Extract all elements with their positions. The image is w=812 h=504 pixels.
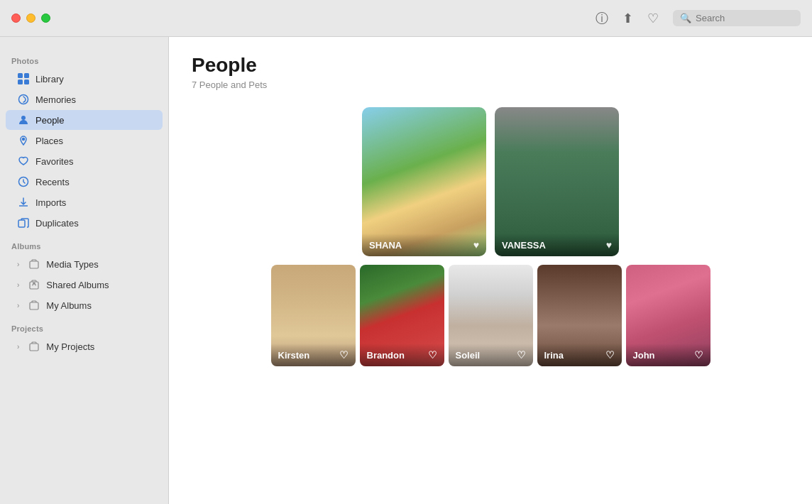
traffic-lights <box>11 13 50 23</box>
minimize-button[interactable] <box>26 13 35 23</box>
person-overlay-vanessa: VANESSA ♥ <box>495 234 619 256</box>
svg-rect-8 <box>18 220 25 227</box>
person-card-soleil[interactable]: Soleil ♡ <box>449 265 533 366</box>
sidebar-section-projects: Projects <box>0 316 168 336</box>
search-bar[interactable]: 🔍 <box>673 10 801 26</box>
sidebar-item-memories[interactable]: Memories <box>6 89 163 109</box>
sidebar-item-imports[interactable]: Imports <box>6 192 163 212</box>
person-card-kirsten[interactable]: Kirsten ♡ <box>271 265 356 366</box>
heart-icon-brandon[interactable]: ♡ <box>428 349 437 361</box>
sidebar-item-places[interactable]: Places <box>6 131 163 150</box>
sidebar-section-albums: Albums <box>0 234 168 253</box>
close-button[interactable] <box>11 13 21 23</box>
heart-icon-john[interactable]: ♡ <box>694 349 703 361</box>
person-overlay-kirsten: Kirsten ♡ <box>271 344 356 366</box>
chevron-icon-4: › <box>17 343 19 351</box>
person-overlay-john: John ♡ <box>626 344 710 366</box>
heart-icon-irina[interactable]: ♡ <box>605 349 615 361</box>
svg-point-5 <box>21 116 26 120</box>
sidebar-label-my-albums: My Albums <box>46 300 92 311</box>
svg-rect-9 <box>30 261 38 268</box>
sidebar-label-memories: Memories <box>35 94 76 105</box>
person-name-shana: SHANA <box>369 240 402 251</box>
imports-icon <box>17 196 30 209</box>
chevron-icon-3: › <box>17 302 19 309</box>
page-title: People <box>192 54 789 77</box>
my-albums-icon <box>28 299 40 312</box>
sidebar-label-favorites: Favorites <box>35 156 73 167</box>
chevron-icon-2: › <box>17 281 19 289</box>
toolbar-right: ⓘ ⬆ ♡ 🔍 <box>596 10 801 27</box>
sidebar-label-shared-albums: Shared Albums <box>46 280 109 290</box>
person-name-soleil: Soleil <box>456 350 481 361</box>
person-card-vanessa[interactable]: VANESSA ♥ <box>495 107 619 256</box>
places-icon <box>17 134 30 147</box>
memories-icon <box>17 93 30 106</box>
title-bar: ⓘ ⬆ ♡ 🔍 <box>0 0 812 37</box>
person-overlay-shana: SHANA ♥ <box>362 234 486 256</box>
person-card-shana[interactable]: SHANA ♥ <box>362 107 486 256</box>
duplicates-icon <box>17 217 30 229</box>
main-content: People 7 People and Pets SHANA ♥ VANESSA… <box>169 37 812 504</box>
maximize-button[interactable] <box>41 13 50 23</box>
svg-rect-0 <box>18 73 23 78</box>
sidebar-item-favorites[interactable]: Favorites <box>6 151 163 171</box>
svg-rect-1 <box>24 73 29 78</box>
svg-rect-13 <box>30 344 38 351</box>
search-icon: 🔍 <box>680 13 691 23</box>
people-grid-top: SHANA ♥ VANESSA ♥ <box>192 107 789 256</box>
person-name-vanessa: VANESSA <box>502 240 546 251</box>
sidebar-item-library[interactable]: Library <box>6 69 163 89</box>
svg-point-6 <box>23 138 25 141</box>
people-icon <box>17 114 30 126</box>
sidebar-item-recents[interactable]: Recents <box>6 172 163 192</box>
my-projects-icon <box>28 340 40 353</box>
share-icon[interactable]: ⬆ <box>622 11 633 26</box>
recents-icon <box>17 175 30 188</box>
favorites-icon <box>17 155 30 168</box>
heart-icon-shana[interactable]: ♥ <box>473 239 479 251</box>
person-name-irina: Irina <box>544 350 564 361</box>
sidebar-label-people: People <box>35 115 64 126</box>
sidebar-label-recents: Recents <box>35 177 70 187</box>
sidebar-item-my-projects[interactable]: › My Projects <box>6 336 163 356</box>
sidebar-item-media-types[interactable]: › Media Types <box>6 254 163 274</box>
heart-icon-kirsten[interactable]: ♡ <box>339 349 349 361</box>
sidebar-label-duplicates: Duplicates <box>35 218 79 229</box>
media-types-icon <box>28 258 40 270</box>
sidebar-label-media-types: Media Types <box>46 259 98 270</box>
heart-toolbar-icon[interactable]: ♡ <box>647 11 659 26</box>
sidebar-item-shared-albums[interactable]: › Shared Albums <box>6 275 163 295</box>
person-overlay-irina: Irina ♡ <box>537 344 622 366</box>
info-icon[interactable]: ⓘ <box>596 10 608 27</box>
sidebar-item-my-albums[interactable]: › My Albums <box>6 295 163 315</box>
page-subtitle: 7 People and Pets <box>192 80 789 90</box>
sidebar-item-duplicates[interactable]: Duplicates <box>6 213 163 233</box>
person-name-john: John <box>633 350 655 361</box>
svg-rect-3 <box>24 80 29 84</box>
shared-albums-icon <box>28 278 40 291</box>
person-overlay-brandon: Brandon ♡ <box>360 344 444 366</box>
heart-icon-soleil[interactable]: ♡ <box>517 349 526 361</box>
person-card-irina[interactable]: Irina ♡ <box>537 265 622 366</box>
search-input[interactable] <box>696 13 795 23</box>
app-body: Photos Library Memories People Places <box>0 37 812 504</box>
sidebar: Photos Library Memories People Places <box>0 37 169 504</box>
person-name-brandon: Brandon <box>367 350 405 361</box>
people-grid-bottom: Kirsten ♡ Brandon ♡ Soleil ♡ Irina <box>192 265 789 366</box>
sidebar-label-places: Places <box>35 136 63 146</box>
svg-rect-12 <box>30 302 38 309</box>
heart-icon-vanessa[interactable]: ♥ <box>606 239 612 251</box>
person-card-john[interactable]: John ♡ <box>626 265 710 366</box>
person-overlay-soleil: Soleil ♡ <box>449 344 533 366</box>
sidebar-item-people[interactable]: People <box>6 110 163 130</box>
person-name-kirsten: Kirsten <box>278 350 310 361</box>
sidebar-label-my-projects: My Projects <box>46 341 94 352</box>
sidebar-label-library: Library <box>35 74 64 84</box>
sidebar-section-photos: Photos <box>0 48 168 68</box>
sidebar-label-imports: Imports <box>35 197 66 208</box>
person-card-brandon[interactable]: Brandon ♡ <box>360 265 444 366</box>
library-icon <box>17 72 30 85</box>
chevron-icon: › <box>17 261 19 268</box>
svg-rect-2 <box>18 80 23 84</box>
